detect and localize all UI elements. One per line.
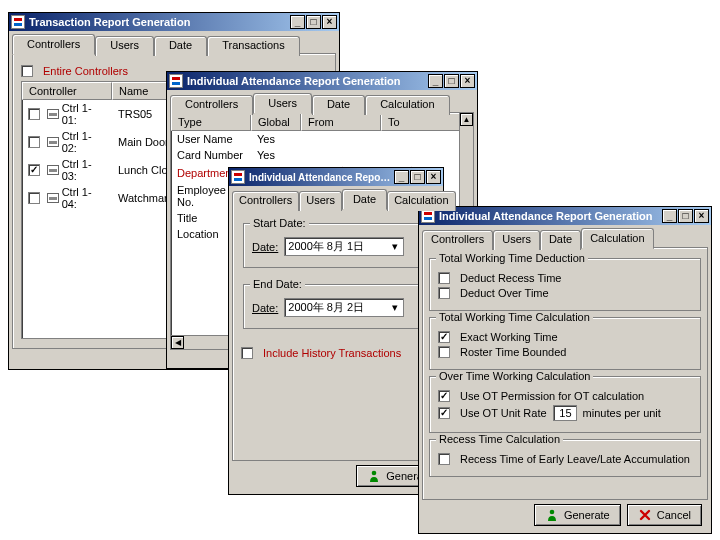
overtime-legend: Over Time Working Calculation xyxy=(436,370,593,382)
include-history-row[interactable]: Include History Transactions xyxy=(241,347,431,359)
minimize-button[interactable]: _ xyxy=(394,170,409,184)
tab-users[interactable]: Users xyxy=(253,93,312,114)
ot-unitrate-suffix: minutes per unit xyxy=(583,407,661,419)
exact-working-row[interactable]: Exact Working Time xyxy=(438,331,692,343)
col-global[interactable]: Global xyxy=(251,113,301,131)
controller-icon xyxy=(47,193,59,203)
tab-calculation[interactable]: Calculation xyxy=(365,95,449,115)
recess-accum-checkbox[interactable] xyxy=(438,453,450,465)
tab-date[interactable]: Date xyxy=(312,95,365,115)
ot-permission-checkbox[interactable] xyxy=(438,390,450,402)
ot-unitrate-row[interactable]: Use OT Unit Rate 15 minutes per unit xyxy=(438,405,692,421)
end-date-input[interactable]: 2000年 8月 2日 ▾ xyxy=(284,298,404,317)
exact-working-checkbox[interactable] xyxy=(438,331,450,343)
maximize-button[interactable]: □ xyxy=(678,209,693,223)
maximize-button[interactable]: □ xyxy=(306,15,321,29)
tab-transactions[interactable]: Transactions xyxy=(207,36,300,56)
window-icon xyxy=(231,170,245,184)
start-date-input[interactable]: 2000年 8月 1日 ▾ xyxy=(284,237,404,256)
row-checkbox[interactable] xyxy=(28,136,40,148)
row-checkbox[interactable] xyxy=(28,108,40,120)
close-button[interactable]: × xyxy=(322,15,337,29)
ot-unitrate-checkbox[interactable] xyxy=(438,407,450,419)
tab-controllers[interactable]: Controllers xyxy=(232,191,299,211)
svg-point-0 xyxy=(372,471,377,476)
row-checkbox[interactable] xyxy=(28,164,40,176)
cancel-button[interactable]: Cancel xyxy=(627,504,702,526)
overtime-group: Over Time Working Calculation Use OT Per… xyxy=(429,376,701,433)
include-history-checkbox[interactable] xyxy=(241,347,253,359)
window-icon xyxy=(169,74,183,88)
tab-users[interactable]: Users xyxy=(299,191,342,211)
date-label: Date: xyxy=(252,302,278,314)
cell-name: TRS05 xyxy=(118,108,152,120)
person-icon xyxy=(545,508,559,522)
cell-name: Main Door xyxy=(118,136,169,148)
ot-permission-row[interactable]: Use OT Permission for OT calculation xyxy=(438,390,692,402)
maximize-button[interactable]: □ xyxy=(444,74,459,88)
roster-bounded-row[interactable]: Roster Time Bounded xyxy=(438,346,692,358)
minimize-button[interactable]: _ xyxy=(662,209,677,223)
end-date-value: 2000年 8月 2日 xyxy=(288,300,364,315)
col-controller[interactable]: Controller xyxy=(22,82,112,100)
date-label: Date: xyxy=(252,241,278,253)
tab-date[interactable]: Date xyxy=(540,230,581,250)
tab-controllers[interactable]: Controllers xyxy=(12,34,95,55)
recess-accum-label: Recess Time of Early Leave/Late Accumula… xyxy=(460,453,690,465)
generate-button[interactable]: Generate xyxy=(534,504,621,526)
tab-calculation[interactable]: Calculation xyxy=(581,228,653,249)
exact-working-label: Exact Working Time xyxy=(460,331,558,343)
tab-date[interactable]: Date xyxy=(154,36,207,56)
ot-unitrate-input[interactable]: 15 xyxy=(553,405,577,421)
tab-controllers[interactable]: Controllers xyxy=(422,230,493,250)
row-checkbox[interactable] xyxy=(28,192,40,204)
minimize-button[interactable]: _ xyxy=(290,15,305,29)
tab-users[interactable]: Users xyxy=(95,36,154,56)
tab-controllers[interactable]: Controllers xyxy=(170,95,253,115)
window-icon xyxy=(421,209,435,223)
cell-controller: Ctrl 1-01: xyxy=(62,102,106,126)
table-row[interactable]: Card Number Yes xyxy=(171,147,459,163)
end-date-legend: End Date: xyxy=(250,278,305,290)
tab-date[interactable]: Date xyxy=(342,189,387,210)
start-date-group: Start Date: Date: 2000年 8月 1日 ▾ xyxy=(243,223,429,268)
deduction-group: Total Working Time Deduction Deduct Rece… xyxy=(429,258,701,311)
scroll-up-button[interactable]: ▲ xyxy=(460,113,473,126)
tab-pane-date: Start Date: Date: 2000年 8月 1日 ▾ End Date… xyxy=(232,208,440,461)
titlebar[interactable]: Transaction Report Generation _ □ × xyxy=(9,13,339,31)
scroll-left-button[interactable]: ◀ xyxy=(171,336,184,349)
tab-calculation[interactable]: Calculation xyxy=(387,191,455,211)
start-date-legend: Start Date: xyxy=(250,217,309,229)
close-button[interactable]: × xyxy=(694,209,709,223)
cell-controller: Ctrl 1-04: xyxy=(62,186,106,210)
deduction-legend: Total Working Time Deduction xyxy=(436,252,588,264)
deduct-recess-row[interactable]: Deduct Recess Time xyxy=(438,272,692,284)
deduct-recess-label: Deduct Recess Time xyxy=(460,272,561,284)
start-date-value: 2000年 8月 1日 xyxy=(288,239,364,254)
entire-controllers-checkbox[interactable] xyxy=(21,65,33,77)
titlebar[interactable]: Individual Attendance Report Generation … xyxy=(167,72,477,90)
roster-bounded-checkbox[interactable] xyxy=(438,346,450,358)
col-type[interactable]: Type xyxy=(171,113,251,131)
deduct-overtime-row[interactable]: Deduct Over Time xyxy=(438,287,692,299)
tab-row: Controllers Users Date Calculation xyxy=(422,228,708,248)
minimize-button[interactable]: _ xyxy=(428,74,443,88)
deduct-overtime-checkbox[interactable] xyxy=(438,287,450,299)
col-from[interactable]: From xyxy=(301,113,381,131)
maximize-button[interactable]: □ xyxy=(410,170,425,184)
tab-pane-calculation: Total Working Time Deduction Deduct Rece… xyxy=(422,247,708,500)
controller-icon xyxy=(47,165,59,175)
date-picker-icon[interactable]: ▾ xyxy=(390,240,400,253)
titlebar[interactable]: Individual Attendance Report Generation … xyxy=(229,168,443,186)
svg-point-1 xyxy=(550,510,555,515)
date-picker-icon[interactable]: ▾ xyxy=(390,301,400,314)
cancel-label: Cancel xyxy=(657,509,691,521)
tab-users[interactable]: Users xyxy=(493,230,540,250)
titlebar[interactable]: Individual Attendance Report Generation … xyxy=(419,207,711,225)
recess-accum-row[interactable]: Recess Time of Early Leave/Late Accumula… xyxy=(438,453,692,465)
close-button[interactable]: × xyxy=(460,74,475,88)
table-row[interactable]: User Name Yes xyxy=(171,131,459,147)
close-button[interactable]: × xyxy=(426,170,441,184)
ot-permission-label: Use OT Permission for OT calculation xyxy=(460,390,644,402)
deduct-recess-checkbox[interactable] xyxy=(438,272,450,284)
